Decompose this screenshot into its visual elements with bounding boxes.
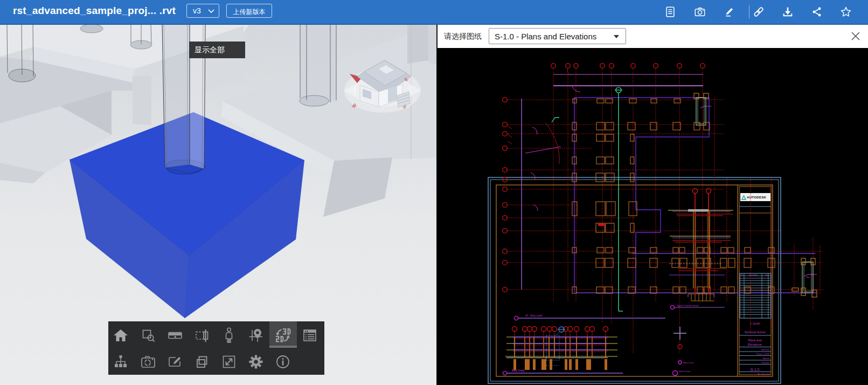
svg-text:As indicated: As indicated (758, 373, 769, 375)
svg-text:S-1.0: S-1.0 (751, 368, 760, 372)
svg-text:AUTODESK: AUTODESK (747, 195, 767, 199)
svg-text:Project #2019: Project #2019 (756, 353, 769, 355)
svg-text:No.: No. (741, 274, 744, 276)
svg-text:Description: Description (749, 274, 758, 276)
svg-text:Main Level: Main Level (683, 361, 693, 364)
svg-text:01 - Story Level: 01 - Story Level (525, 314, 543, 317)
svg-text:Author: Author (763, 357, 769, 360)
svg-text:J. Smith: J. Smith (750, 322, 760, 325)
svg-text:Street Level: Street Level (679, 370, 690, 373)
svg-text:Checker: Checker (761, 361, 770, 364)
svg-text:Plans and: Plans and (748, 339, 762, 342)
svg-text:Elevations: Elevations (748, 343, 762, 346)
svg-text:05/07/19: 05/07/19 (761, 348, 769, 351)
svg-text:Date: Date (765, 274, 769, 276)
svg-text:Technical School: Technical School (745, 331, 766, 334)
svg-text:Typical Column Detail: Typical Column Detail (677, 304, 699, 307)
